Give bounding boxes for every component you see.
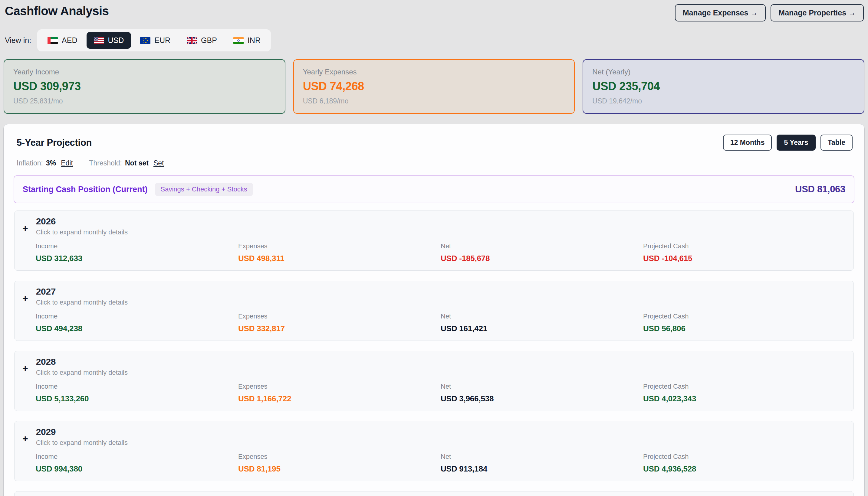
currency-option[interactable]: AED	[40, 32, 85, 49]
projected-cash-column-label: Projected Cash	[643, 242, 846, 250]
income-value: USD 5,133,260	[36, 394, 238, 403]
projected-cash-stat: Projected Cash USD 4,936,528	[643, 453, 846, 474]
starting-cash-value: USD 81,063	[795, 184, 845, 195]
currency-option[interactable]: GBP	[180, 32, 224, 49]
year-row-header[interactable]: + 2027 Click to expand monthly details	[22, 286, 846, 306]
summary-card: Yearly Income USD 309,973 USD 25,831/mo	[4, 59, 285, 114]
inflation-edit-link[interactable]: Edit	[61, 159, 73, 167]
summary-cards: Yearly Income USD 309,973 USD 25,831/mo …	[4, 59, 864, 114]
year-stats: Income USD 312,633 Expenses USD 498,311 …	[22, 242, 846, 263]
currency-code-label: AED	[62, 36, 77, 45]
view-toggle-button[interactable]: 12 Months	[723, 135, 772, 151]
expenses-column-label: Expenses	[238, 242, 441, 250]
starting-cash-badge: Savings + Checking + Stocks	[155, 183, 253, 196]
year-row[interactable]: + 2029 Click to expand monthly details I…	[14, 421, 854, 481]
view-toggle-button[interactable]: 5 Years	[777, 135, 815, 151]
projected-cash-column-label: Projected Cash	[643, 453, 846, 461]
currency-option[interactable]: EUR	[133, 32, 178, 49]
currency-option[interactable]: USD	[87, 32, 131, 49]
year-title: 2028	[36, 357, 128, 367]
uae-flag	[47, 37, 58, 44]
inflation-label: Inflation:	[17, 159, 43, 167]
expenses-value: USD 1,166,722	[238, 394, 441, 403]
projected-cash-value: USD 56,806	[643, 324, 846, 333]
income-column-label: Income	[36, 242, 238, 250]
starting-cash-left: Starting Cash Position (Current) Savings…	[23, 183, 253, 196]
threshold-label: Threshold:	[89, 159, 122, 167]
year-row[interactable]: + 2026 Click to expand monthly details I…	[14, 211, 854, 271]
threshold-set-link[interactable]: Set	[153, 159, 164, 167]
manage-properties-button[interactable]: Manage Properties →	[771, 4, 864, 21]
currency-group: AED USD EUR GBP INR	[37, 29, 271, 51]
year-row-header[interactable]: + 2026 Click to expand monthly details	[22, 216, 846, 236]
projection-settings-row: Inflation: 3% Edit Threshold: Not set Se…	[14, 158, 854, 168]
year-row-header[interactable]: + 2028 Click to expand monthly details	[22, 357, 846, 376]
view-toggle-group: 12 Months 5 Years Table	[723, 135, 853, 151]
currency-code-label: INR	[247, 36, 261, 45]
plus-expand-icon[interactable]: +	[22, 363, 28, 373]
summary-card-label: Yearly Income	[13, 68, 276, 76]
summary-card: Yearly Expenses USD 74,268 USD 6,189/mo	[293, 59, 575, 114]
net-column-label: Net	[441, 242, 643, 250]
income-stat: Income USD 5,133,260	[36, 383, 238, 403]
india-flag	[233, 37, 244, 44]
year-row[interactable]: + 2030 Click to expand monthly details I…	[14, 491, 854, 496]
plus-expand-icon[interactable]: +	[22, 434, 28, 444]
summary-card-monthly: USD 6,189/mo	[303, 97, 565, 105]
expenses-value: USD 81,195	[238, 464, 441, 474]
threshold-value: Not set	[125, 159, 149, 167]
expenses-column-label: Expenses	[238, 383, 441, 390]
income-column-label: Income	[36, 453, 238, 461]
view-toggle-button[interactable]: Table	[821, 135, 853, 151]
year-row-header[interactable]: + 2029 Click to expand monthly details	[22, 427, 846, 447]
currency-code-label: GBP	[201, 36, 217, 45]
projected-cash-stat: Projected Cash USD 56,806	[643, 312, 846, 333]
net-value: USD 161,421	[441, 324, 643, 333]
summary-card-label: Yearly Expenses	[303, 68, 565, 76]
year-row[interactable]: + 2027 Click to expand monthly details I…	[14, 281, 854, 341]
eu-flag	[140, 37, 150, 44]
net-value: USD 3,966,538	[441, 394, 643, 403]
summary-card-value: USD 74,268	[303, 80, 565, 93]
manage-expenses-button[interactable]: Manage Expenses →	[675, 4, 766, 21]
currency-code-label: USD	[108, 36, 124, 45]
year-expand-hint: Click to expand monthly details	[36, 369, 128, 376]
projection-panel: 5-Year Projection 12 Months 5 Years Tabl…	[4, 124, 864, 496]
summary-card-value: USD 235,704	[592, 80, 855, 93]
year-stats: Income USD 494,238 Expenses USD 332,817 …	[22, 312, 846, 333]
plus-expand-icon[interactable]: +	[22, 293, 28, 303]
plus-expand-icon[interactable]: +	[22, 223, 28, 233]
year-expand-hint: Click to expand monthly details	[36, 298, 128, 306]
expenses-stat: Expenses USD 1,166,722	[238, 383, 441, 403]
year-expand-hint: Click to expand monthly details	[36, 439, 128, 447]
income-value: USD 494,238	[36, 324, 238, 333]
year-stats: Income USD 994,380 Expenses USD 81,195 N…	[22, 453, 846, 474]
projection-title: 5-Year Projection	[17, 137, 92, 148]
settings-divider	[81, 158, 81, 168]
page-title: Cashflow Analysis	[5, 4, 109, 18]
summary-card-label: Net (Yearly)	[592, 68, 855, 76]
expenses-stat: Expenses USD 498,311	[238, 242, 441, 263]
projected-cash-stat: Projected Cash USD 4,023,343	[643, 383, 846, 403]
year-title: 2029	[36, 427, 128, 437]
projected-cash-value: USD 4,936,528	[643, 464, 846, 474]
inflation-value: 3%	[46, 159, 56, 167]
currency-code-label: EUR	[154, 36, 170, 45]
net-value: USD -185,678	[441, 254, 643, 263]
header-actions: Manage Expenses → Manage Properties →	[675, 4, 864, 21]
projected-cash-stat: Projected Cash USD -104,615	[643, 242, 846, 263]
expenses-column-label: Expenses	[238, 312, 441, 320]
year-title: 2027	[36, 286, 128, 297]
income-value: USD 994,380	[36, 464, 238, 474]
year-title-block: 2029 Click to expand monthly details	[36, 427, 128, 447]
uk-flag	[187, 37, 197, 44]
expenses-value: USD 498,311	[238, 254, 441, 263]
currency-option[interactable]: INR	[226, 32, 268, 49]
net-stat: Net USD 913,184	[441, 453, 643, 474]
usa-flag	[94, 37, 104, 44]
year-row[interactable]: + 2028 Click to expand monthly details I…	[14, 351, 854, 411]
year-title: 2026	[36, 216, 128, 227]
starting-cash-title: Starting Cash Position (Current)	[23, 185, 148, 194]
income-column-label: Income	[36, 312, 238, 320]
expenses-column-label: Expenses	[238, 453, 441, 461]
